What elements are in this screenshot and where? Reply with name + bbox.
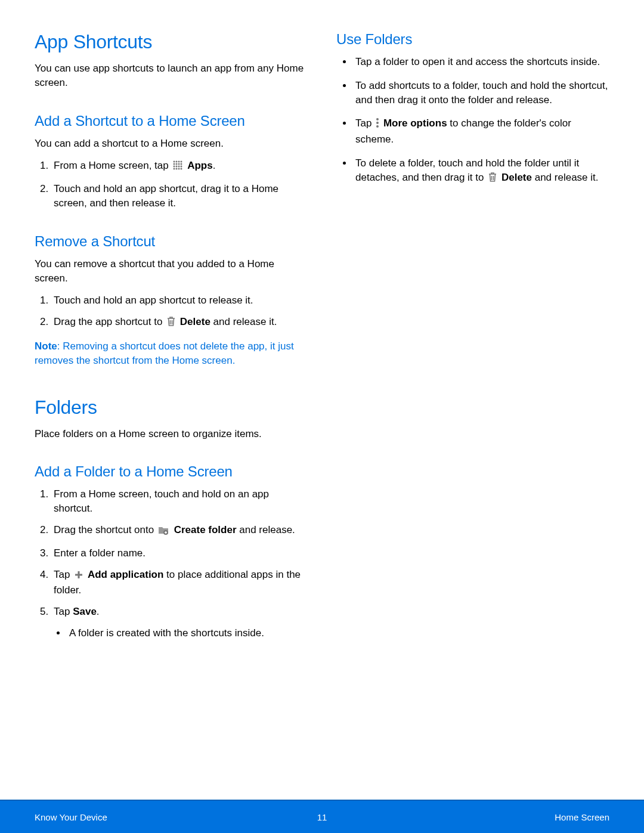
svg-point-15 [181, 168, 182, 170]
text-fragment: . [97, 606, 100, 617]
list-item: Tap Add application to place additional … [51, 568, 308, 598]
list-item: From a Home screen, touch and hold on an… [51, 487, 308, 516]
list-item: Drag the app shortcut to Delete and rele… [51, 315, 308, 331]
left-column: App Shortcuts You can use app shortcuts … [35, 31, 308, 650]
trash-icon [166, 316, 176, 331]
bold-label: Save [73, 606, 97, 617]
more-options-icon [376, 117, 379, 132]
list-item: Touch and hold an app shortcut to releas… [51, 293, 308, 308]
right-column: Use Folders Tap a folder to open it and … [336, 31, 609, 650]
footer-page-number: 11 [317, 812, 327, 822]
text-fragment: Tap [54, 569, 73, 580]
bold-label: Apps [187, 160, 213, 171]
text-fragment: From a Home screen, tap [54, 160, 171, 171]
bold-label: More options [383, 117, 447, 129]
list-use-folders: Tap a folder to open it and access the s… [336, 55, 609, 187]
text-fragment: Drag the shortcut onto [54, 524, 157, 535]
text-fragment: Tap [54, 606, 73, 617]
heading-add-folder: Add a Folder to a Home Screen [35, 463, 308, 480]
plus-icon [74, 569, 83, 584]
sub-list: A folder is created with the shortcuts i… [54, 626, 308, 640]
svg-point-18 [376, 122, 379, 124]
list-add-folder: From a Home screen, touch and hold on an… [35, 487, 308, 640]
para-folders-intro: Place folders on a Home screen to organi… [35, 427, 308, 441]
text-fragment: and release it. [210, 316, 277, 327]
footer-right: Home Screen [555, 812, 609, 822]
list-item: Touch and hold an app shortcut, drag it … [51, 182, 308, 210]
bold-label: Delete [501, 172, 532, 183]
heading-app-shortcuts: App Shortcuts [35, 31, 308, 53]
svg-point-10 [178, 166, 180, 168]
text-fragment: . [213, 160, 216, 171]
svg-point-7 [181, 163, 182, 165]
svg-point-0 [174, 161, 175, 163]
page-body: App Shortcuts You can use app shortcuts … [0, 0, 644, 650]
note-label: Note [35, 340, 57, 352]
list-item: To add shortcuts to a folder, touch and … [353, 79, 609, 107]
svg-point-11 [181, 166, 182, 168]
trash-icon [488, 172, 497, 187]
heading-use-folders: Use Folders [336, 31, 609, 48]
svg-point-3 [181, 161, 182, 163]
para-remove-intro: You can remove a shortcut that you added… [35, 257, 308, 286]
svg-point-14 [178, 168, 180, 170]
text-fragment: and release. [237, 524, 295, 535]
text-fragment: and release it. [532, 172, 599, 183]
apps-grid-icon [172, 160, 183, 175]
list-item: A folder is created with the shortcuts i… [67, 626, 308, 640]
svg-point-9 [176, 166, 178, 168]
list-item: From a Home screen, tap Apps. [51, 159, 308, 175]
bold-label: Create folder [174, 524, 237, 535]
svg-point-1 [176, 161, 178, 163]
para-add-shortcut: You can add a shortcut to a Home screen. [35, 137, 308, 151]
list-item: Tap a folder to open it and access the s… [353, 55, 609, 69]
svg-point-6 [178, 163, 180, 165]
para-shortcuts-intro: You can use app shortcuts to launch an a… [35, 61, 308, 90]
svg-point-13 [176, 168, 178, 170]
svg-point-17 [376, 118, 379, 120]
text-fragment: Tap [355, 117, 374, 129]
bold-label: Add application [88, 569, 164, 580]
list-item: Tap Save. A folder is created with the s… [51, 605, 308, 640]
footer-left: Know Your Device [35, 812, 107, 822]
list-item: Enter a folder name. [51, 546, 308, 561]
list-item: Drag the shortcut onto Create folder and… [51, 523, 308, 539]
list-item: Tap More options to change the folder's … [353, 116, 609, 147]
svg-point-12 [174, 168, 175, 170]
heading-folders: Folders [35, 397, 308, 419]
create-folder-icon [158, 525, 170, 539]
text-fragment: Drag the app shortcut to [54, 316, 165, 327]
page-footer: Know Your Device 11 Home Screen [0, 800, 644, 833]
svg-point-2 [178, 161, 180, 163]
list-item: To delete a folder, touch and hold the f… [353, 156, 609, 187]
text-fragment: : Removing a shortcut does not delete th… [35, 340, 294, 366]
svg-point-8 [174, 166, 175, 168]
list-add-shortcut: From a Home screen, tap Apps. Touch and … [35, 159, 308, 210]
svg-point-4 [174, 163, 175, 165]
heading-add-shortcut: Add a Shortcut to a Home Screen [35, 113, 308, 129]
note-text: Note: Removing a shortcut does not delet… [35, 339, 308, 368]
heading-remove-shortcut: Remove a Shortcut [35, 233, 308, 250]
bold-label: Delete [180, 316, 210, 327]
list-remove-shortcut: Touch and hold an app shortcut to releas… [35, 293, 308, 331]
svg-point-19 [376, 125, 379, 128]
svg-point-5 [176, 163, 178, 165]
